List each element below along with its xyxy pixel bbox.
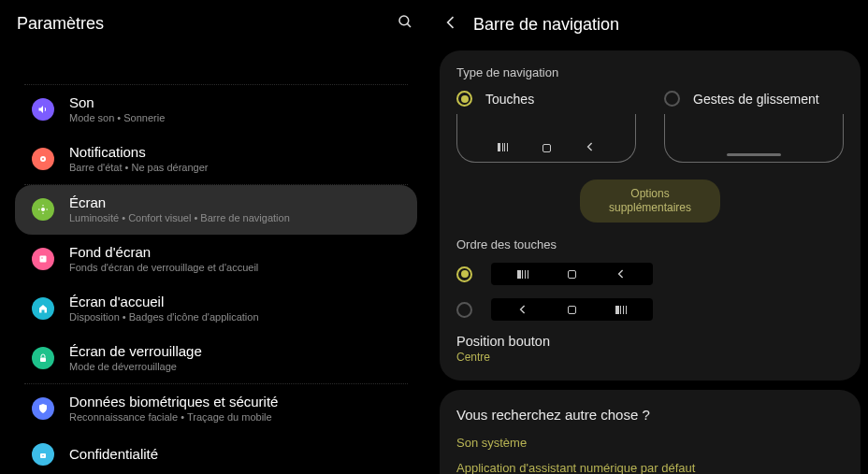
search-icon[interactable] <box>397 13 413 34</box>
display-icon <box>32 198 54 221</box>
button-position-row[interactable]: Position bouton Centre <box>456 334 844 364</box>
svg-line-1 <box>407 23 411 27</box>
settings-item-wallpaper[interactable]: Fond d'écran Fonds d'écran de verrouilla… <box>24 235 408 284</box>
svg-rect-11 <box>40 357 46 362</box>
sound-icon <box>32 98 54 121</box>
svg-point-0 <box>399 16 409 25</box>
settings-item-lock-screen[interactable]: Écran de verrouillage Mode de déverrouil… <box>24 334 408 383</box>
privacy-icon <box>32 443 54 466</box>
svg-rect-9 <box>40 255 47 262</box>
order-preview-2 <box>491 298 653 321</box>
back-nav-icon <box>585 141 596 152</box>
recents-icon <box>615 304 627 315</box>
settings-item-title: Écran de verrouillage <box>69 343 408 359</box>
position-value: Centre <box>456 351 844 364</box>
settings-header: Paramètres <box>0 0 432 43</box>
home-nav-icon <box>568 306 576 314</box>
lock-icon <box>32 347 54 369</box>
home-icon <box>32 297 54 320</box>
recents-icon <box>498 141 509 152</box>
button-order-label: Ordre des touches <box>456 237 844 251</box>
settings-item-sub: Barre d'état • Ne pas déranger <box>69 162 408 173</box>
settings-item-sub: Mode de déverrouillage <box>69 361 408 372</box>
settings-item-text: Son Mode son • Sonnerie <box>69 94 408 123</box>
svg-point-13 <box>42 455 44 457</box>
back-nav-icon <box>517 304 528 315</box>
settings-item-title: Écran <box>69 194 408 210</box>
order-preview-1 <box>491 263 653 285</box>
settings-item-title: Données biométriques et sécurité <box>69 394 408 409</box>
gesture-bar-icon <box>727 153 781 156</box>
link-system-sound[interactable]: Son système <box>456 436 844 450</box>
settings-item-title: Son <box>69 94 408 110</box>
nav-type-buttons[interactable]: Touches <box>456 91 636 163</box>
nav-settings-card: Type de navigation Touches <box>440 50 861 381</box>
settings-item-text: Notifications Barre d'état • Ne pas déra… <box>69 144 408 173</box>
shield-icon <box>32 397 54 420</box>
settings-item-text: Écran d'accueil Disposition • Badges d'i… <box>69 294 408 323</box>
radio-gestures[interactable] <box>664 91 680 107</box>
detail-panel: Barre de navigation Type de navigation T… <box>432 0 868 474</box>
home-nav-icon <box>542 144 551 152</box>
preview-buttons <box>456 114 636 163</box>
settings-item-home-screen[interactable]: Écran d'accueil Disposition • Badges d'i… <box>24 284 408 334</box>
settings-item-text: Données biométriques et sécurité Reconna… <box>69 394 408 423</box>
nav-type-gestures[interactable]: Gestes de glissement <box>664 91 844 163</box>
settings-list: Son Mode son • Sonnerie Notifications Ba… <box>0 84 432 474</box>
radio-order-1[interactable] <box>456 266 472 282</box>
order-option-1[interactable] <box>456 263 844 285</box>
link-default-assistant[interactable]: Application d'assistant numérique par dé… <box>456 461 844 474</box>
settings-item-text: Écran de verrouillage Mode de déverrouil… <box>69 343 408 372</box>
settings-item-notifications[interactable]: Notifications Barre d'état • Ne pas déra… <box>24 135 408 184</box>
settings-item-text: Écran Luminosité • Confort visuel • Barr… <box>69 194 408 223</box>
svg-point-10 <box>41 257 43 259</box>
back-nav-icon <box>615 268 627 280</box>
nav-type-label: Type de navigation <box>456 65 844 79</box>
settings-item-title: Confidentialité <box>69 446 408 462</box>
settings-item-text: Fond d'écran Fonds d'écran de verrouilla… <box>69 244 408 273</box>
settings-item-title: Notifications <box>69 144 408 160</box>
wallpaper-icon <box>32 248 54 270</box>
notifications-icon <box>32 148 54 170</box>
svg-point-3 <box>42 158 44 160</box>
order-option-2[interactable] <box>456 298 844 321</box>
preview-gestures <box>664 114 844 163</box>
settings-item-title: Fond d'écran <box>69 244 408 260</box>
settings-item-title: Écran d'accueil <box>69 294 408 309</box>
recents-icon <box>517 268 528 280</box>
detail-title: Barre de navigation <box>473 15 619 35</box>
radio-order-2[interactable] <box>456 302 472 318</box>
settings-item-sub: Reconnaissance faciale • Traçage du mobi… <box>69 411 408 423</box>
settings-master-panel: Paramètres Son Mode son • Sonnerie Notif… <box>0 0 432 474</box>
detail-header: Barre de navigation <box>432 0 868 45</box>
settings-item-sub: Disposition • Badges d'icône d'applicati… <box>69 311 408 323</box>
more-options-button[interactable]: Options supplémentaires <box>580 180 720 223</box>
settings-item-sub: Luminosité • Confort visuel • Barre de n… <box>69 212 408 223</box>
radio-buttons[interactable] <box>456 91 472 107</box>
back-icon[interactable] <box>441 13 460 36</box>
settings-item-security[interactable]: Données biométriques et sécurité Reconna… <box>24 384 408 434</box>
position-title: Position bouton <box>456 334 844 349</box>
settings-item-sound[interactable]: Son Mode son • Sonnerie <box>24 85 408 135</box>
home-nav-icon <box>568 270 576 279</box>
radio-gestures-label: Gestes de glissement <box>693 92 819 107</box>
svg-point-4 <box>41 208 45 211</box>
settings-item-sub: Fonds d'écran de verrouillage et d'accue… <box>69 262 408 273</box>
radio-buttons-label: Touches <box>485 92 534 107</box>
settings-title: Paramètres <box>17 14 104 34</box>
settings-item-privacy[interactable]: Confidentialité <box>24 434 408 474</box>
nav-type-options: Touches Gestes de glissement <box>456 91 844 163</box>
search-other-title: Vous recherchez autre chose ? <box>456 407 844 423</box>
settings-item-text: Confidentialité <box>69 446 408 464</box>
settings-item-sub: Mode son • Sonnerie <box>69 112 408 123</box>
search-other-card: Vous recherchez autre chose ? Son systèm… <box>440 390 861 474</box>
settings-item-display[interactable]: Écran Luminosité • Confort visuel • Barr… <box>15 185 417 235</box>
